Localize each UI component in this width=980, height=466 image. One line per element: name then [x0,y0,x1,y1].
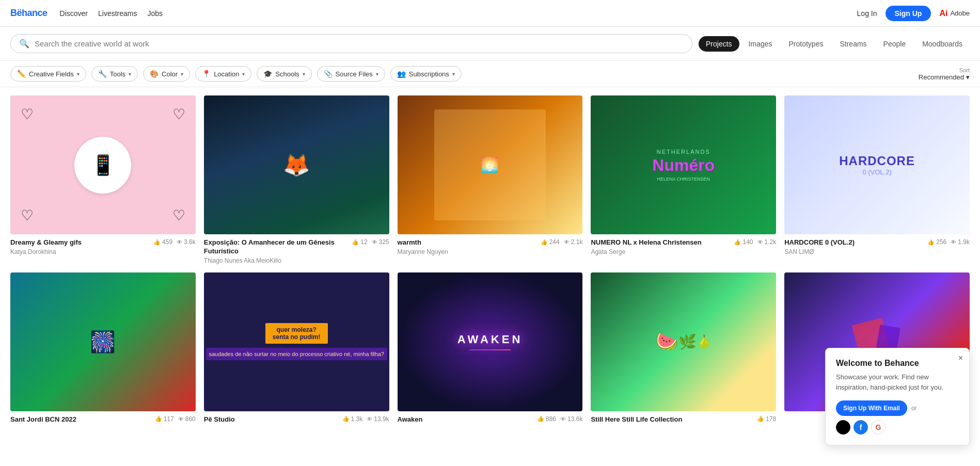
tab-people[interactable]: People [876,36,913,52]
project-meta: Sant Jordi BCN 2022 👍 117 👁 860 [10,415,196,425]
project-info: Pê Studio 👍 1.3k 👁 13.9k [204,415,389,425]
view-count: 👁 13.6k [560,415,582,423]
project-card[interactable]: NETHERLANDS Numéro HELENA CHRISTENSEN NU… [591,95,776,264]
project-title: Dreamy & Gleamy gifs [10,238,82,247]
project-card[interactable]: 🍉 🌿 🍐 Still Here Still Life Collection 👍… [591,272,776,425]
project-info: Dreamy & Gleamy gifs Katya Dorokhina 👍 4… [10,238,196,255]
header-right: Log In Sign Up Ai Adobe [857,6,970,21]
tab-moodboards[interactable]: Moodboards [915,36,970,52]
project-stats: 👍 459 👁 3.6k [153,238,196,246]
like-icon: 👍 [757,415,764,422]
project-stats: 👍 12 👁 325 [352,238,389,246]
project-title: Sant Jordi BCN 2022 [10,415,76,424]
like-icon: 👍 [927,239,935,246]
view-count: 👁 2.1k [564,238,583,246]
welcome-popup: × Welcome to Behance Showcase your work.… [825,348,970,433]
filter-tools[interactable]: 🔧 Tools ▾ [91,66,138,82]
project-card[interactable]: quer moleza?senta no pudim! saudades de … [204,272,389,425]
nav-livestreams[interactable]: Livestreams [98,9,137,18]
login-button[interactable]: Log In [857,9,877,18]
project-card[interactable]: 🌅 warmth Maryanne Nguyen 👍 244 👁 2.1 [398,95,583,264]
filter-location[interactable]: 📍 Location ▾ [195,66,251,82]
project-meta: HARDCORE 0 (VOL.2) SAN LIMØ 👍 256 👁 1.9k [784,238,970,255]
view-icon: 👁 [372,239,377,245]
tools-icon: 🔧 [98,70,107,78]
project-info: Exposição: O Amanhecer de um Gênesis Fut… [204,238,389,264]
project-meta: Exposição: O Amanhecer de um Gênesis Fut… [204,238,389,264]
project-stats: 👍 178 [757,415,776,423]
logo[interactable]: Bëhance [10,8,48,19]
tab-images[interactable]: Images [741,36,780,52]
project-card[interactable]: 📱 ♡ ♡ ♡ ♡ Dreamy & Gleamy gifs Katya Dor… [10,95,196,264]
popup-description: Showcase your work. Find new inspiration… [836,372,959,392]
filter-source-files[interactable]: 📎 Source Files ▾ [317,66,385,82]
like-count: 👍 140 [734,238,753,246]
view-icon: 👁 [757,239,763,245]
color-icon: 🎨 [150,70,159,78]
like-icon: 👍 [153,239,161,246]
like-icon: 👍 [342,415,350,422]
like-icon: 👍 [352,239,359,246]
filter-subscriptions[interactable]: 👥 Subscriptions ▾ [390,66,462,82]
schools-icon: 🎓 [263,70,272,78]
nav-discover[interactable]: Discover [60,9,88,18]
project-info: NUMERO NL x Helena Christensen Agata Ser… [591,238,776,255]
project-info: HARDCORE 0 (VOL.2) SAN LIMØ 👍 256 👁 1.9k [784,238,970,255]
facebook-login-button[interactable]: f [853,420,868,433]
filter-creative-fields[interactable]: ✏️ Creative Fields ▾ [10,66,86,82]
signup-button[interactable]: Sign Up [886,6,931,21]
adobe-label: Adobe [950,9,970,17]
project-title: NUMERO NL x Helena Christensen [591,238,701,247]
filter-schools[interactable]: 🎓 Schools ▾ [257,66,311,82]
project-author: Maryanne Nguyen [398,248,448,255]
like-count: 👍 459 [153,238,172,246]
chevron-down-icon: ▾ [452,71,455,77]
view-icon: 👁 [564,239,570,245]
like-count: 👍 178 [757,415,776,423]
project-title: Exposição: O Amanhecer de um Gênesis Fut… [204,238,352,256]
project-title: warmth [398,238,448,247]
tab-prototypes[interactable]: Prototypes [782,36,831,52]
project-card[interactable]: 🎆 Sant Jordi BCN 2022 👍 117 👁 860 [10,272,196,425]
project-meta: NUMERO NL x Helena Christensen Agata Ser… [591,238,776,255]
google-login-button[interactable]: G [871,420,886,433]
signup-email-button[interactable]: Sign Up With Email [836,400,907,416]
project-stats: 👍 117 👁 860 [155,415,196,423]
popup-or-text: or [911,405,917,412]
project-author: Agata Serge [591,248,701,255]
chevron-down-icon: ▾ [242,71,245,77]
location-icon: 📍 [202,70,211,78]
tab-streams[interactable]: Streams [832,36,874,52]
popup-close-button[interactable]: × [958,353,963,363]
chevron-down-icon: ▾ [129,71,131,77]
project-stats: 👍 256 👁 1.9k [927,238,970,246]
like-count: 👍 117 [155,415,174,423]
source-files-icon: 📎 [324,70,333,78]
project-author: Katya Dorokhina [10,248,82,255]
view-count: 👁 3.6k [177,238,196,246]
project-author: SAN LIMØ [784,248,855,255]
chevron-down-icon: ▾ [376,71,378,77]
like-icon: 👍 [734,239,741,246]
like-icon: 👍 [541,239,548,246]
search-input[interactable] [35,39,684,48]
sort-section: Sort Recommended ▾ [919,67,970,81]
nav-jobs[interactable]: Jobs [147,9,163,18]
sort-value[interactable]: Recommended ▾ [919,73,970,81]
project-info: Awaken 👍 886 👁 13.6k [398,415,583,425]
search-tabs: Projects Images Prototypes Streams Peopl… [699,36,970,52]
filter-source-files-label: Source Files [336,70,373,78]
tab-projects[interactable]: Projects [699,36,739,52]
project-card[interactable]: AWAKEN Awaken 👍 886 👁 13.6k [398,272,583,425]
project-stats: 👍 244 👁 2.1k [541,238,583,246]
project-card[interactable]: HARDCORE 0 (VOL.2) HARDCORE 0 (VOL.2) SA… [784,95,970,264]
search-icon: 🔍 [19,39,29,49]
filter-color[interactable]: 🎨 Color ▾ [143,66,190,82]
project-meta: warmth Maryanne Nguyen 👍 244 👁 2.1k [398,238,583,255]
filter-tools-label: Tools [110,70,125,78]
view-icon: 👁 [178,416,184,422]
project-card[interactable]: 🦊 Exposição: O Amanhecer de um Gênesis F… [204,95,389,264]
project-meta: Awaken 👍 886 👁 13.6k [398,415,583,425]
chevron-down-icon: ▾ [181,71,183,77]
apple-login-button[interactable] [836,420,850,433]
